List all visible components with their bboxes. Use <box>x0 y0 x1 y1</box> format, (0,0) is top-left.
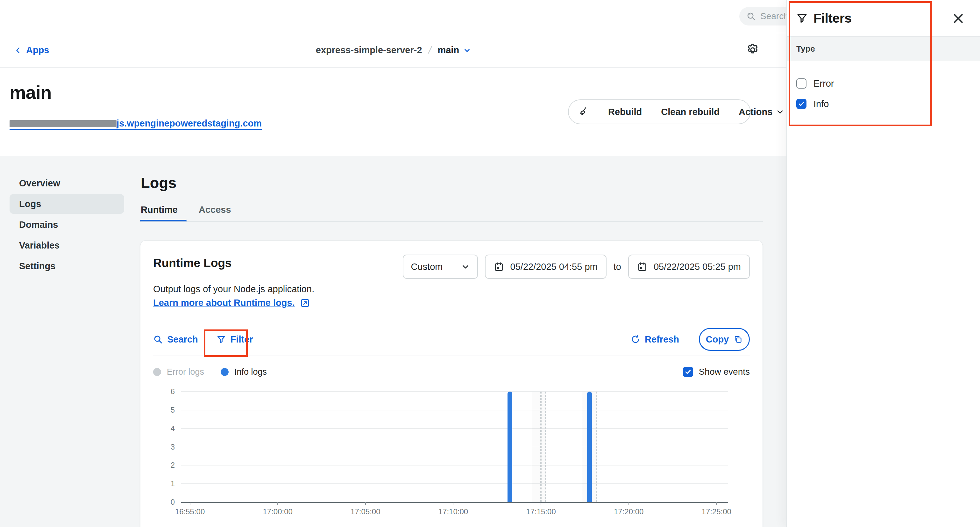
breadcrumb-env-label: main <box>438 45 459 56</box>
date-to-input[interactable]: 05/22/2025 05:25 pm <box>628 255 750 279</box>
refresh-label: Refresh <box>645 334 679 345</box>
clean-rebuild-button[interactable]: Clean rebuild <box>651 100 729 124</box>
refresh-icon <box>631 335 640 344</box>
divider <box>153 356 750 356</box>
filter-section-type: Type <box>787 36 980 61</box>
card-description: Output logs of your Node.js application. <box>153 284 750 294</box>
x-axis-label: 17:15:00 <box>526 507 555 516</box>
x-axis-label: 17:10:00 <box>438 507 468 516</box>
refresh-logs-button[interactable]: Refresh <box>631 334 679 345</box>
x-axis-label: 17:00:00 <box>262 507 292 516</box>
y-axis-label: 2 <box>171 461 175 470</box>
filters-panel: Filters Type Error Info <box>786 0 980 527</box>
breadcrumb-separator: / <box>427 44 433 56</box>
chevron-down-icon <box>461 262 469 271</box>
x-axis-label: 17:25:00 <box>702 507 731 516</box>
y-axis-label: 1 <box>171 479 175 488</box>
to-label: to <box>614 262 621 272</box>
y-gridline <box>181 465 728 466</box>
filters-panel-header: Filters <box>787 0 980 36</box>
settings-gear-button[interactable] <box>746 43 761 58</box>
environment-url-link[interactable]: js.wpenginepoweredstaging.com <box>10 118 262 130</box>
y-gridline <box>181 410 728 410</box>
info-checkbox[interactable] <box>796 99 807 109</box>
filter-options: Error Info <box>787 61 980 114</box>
y-axis-label: 6 <box>171 387 175 396</box>
copy-label: Copy <box>706 334 729 345</box>
legend-label-1: Info logs <box>234 367 267 377</box>
filter-option-error[interactable]: Error <box>796 73 980 94</box>
check-icon <box>684 368 692 375</box>
time-range-controls: Custom 05/22/2025 04:55 pm to 05/22/2025… <box>403 255 750 279</box>
time-range-value: Custom <box>411 262 443 272</box>
x-axis-tick <box>277 502 278 505</box>
chevron-down-icon <box>464 47 471 54</box>
filters-panel-title: Filters <box>813 11 852 26</box>
show-events-checkbox[interactable] <box>683 367 693 377</box>
sidebar-item-variables[interactable]: Variables <box>10 235 124 255</box>
x-axis-label: 17:05:00 <box>350 507 380 516</box>
learn-more-link[interactable]: Learn more about Runtime logs. <box>153 298 750 308</box>
event-band <box>541 391 546 502</box>
sidebar-item-overview[interactable]: Overview <box>10 173 124 193</box>
breadcrumb-env-switcher[interactable]: main <box>438 45 471 56</box>
app-root: Apps express-simple-server-2 / main main… <box>0 0 980 527</box>
y-axis-label: 5 <box>171 406 175 415</box>
broom-icon <box>578 106 589 117</box>
sidebar-nav: Overview Logs Domains Variables Settings <box>10 173 124 277</box>
sidebar-item-settings[interactable]: Settings <box>10 256 124 276</box>
show-events-label: Show events <box>699 367 750 377</box>
chart-bar[interactable] <box>587 391 592 502</box>
chart-plot: 012345616:55:0017:00:0017:05:0017:10:001… <box>181 391 728 503</box>
environment-actions-group: Rebuild Clean rebuild Actions <box>568 99 751 124</box>
search-icon <box>153 335 163 344</box>
tab-access[interactable]: Access <box>199 204 231 223</box>
sidebar-item-domains[interactable]: Domains <box>10 215 124 235</box>
logs-toolbar: Search Filter Refresh Copy <box>153 323 750 356</box>
y-axis-label: 3 <box>171 442 175 452</box>
error-checkbox[interactable] <box>796 78 807 89</box>
filter-option-info[interactable]: Info <box>796 94 980 114</box>
clean-cache-button[interactable] <box>569 100 598 124</box>
gear-icon <box>746 43 760 57</box>
x-axis-label: 16:55:00 <box>175 507 205 516</box>
actions-dropdown-button[interactable]: Actions <box>729 100 794 124</box>
date-from-value: 05/22/2025 04:55 pm <box>511 262 598 272</box>
copy-logs-button[interactable]: Copy <box>699 328 750 351</box>
copy-icon <box>733 335 743 344</box>
x-axis-tick <box>453 502 453 505</box>
legend-dot-1 <box>221 368 229 376</box>
time-range-select[interactable]: Custom <box>403 255 478 279</box>
search-logs-button[interactable]: Search <box>153 334 198 345</box>
y-gridline <box>181 483 728 484</box>
breadcrumb-app: express-simple-server-2 <box>316 45 422 56</box>
y-axis-label: 4 <box>171 424 175 433</box>
page-title: main <box>10 81 51 103</box>
sidebar-item-logs[interactable]: Logs <box>10 194 124 214</box>
search-icon <box>746 11 756 21</box>
date-from-input[interactable]: 05/22/2025 04:55 pm <box>485 255 606 279</box>
runtime-logs-chart: 012345616:55:0017:00:0017:05:0017:10:001… <box>153 390 750 524</box>
learn-more-label: Learn more about Runtime logs. <box>153 298 295 308</box>
legend-item-error-logs[interactable]: Error logs <box>153 367 204 377</box>
logs-page-title: Logs <box>141 174 177 192</box>
x-axis-tick <box>541 502 541 505</box>
y-axis-label: 0 <box>171 498 175 506</box>
legend-item-info-logs[interactable]: Info logs <box>221 367 267 377</box>
show-events-toggle[interactable]: Show events <box>683 367 750 377</box>
breadcrumb: express-simple-server-2 / main <box>0 33 786 67</box>
filter-logs-button[interactable]: Filter <box>216 334 253 345</box>
rebuild-button[interactable]: Rebuild <box>598 100 651 124</box>
close-panel-button[interactable] <box>952 12 965 25</box>
chevron-down-icon <box>776 108 784 116</box>
error-option-label: Error <box>813 78 834 89</box>
chart-legend: Error logs Info logs Show events <box>153 367 750 377</box>
search-label: Search <box>167 334 198 345</box>
date-to-value: 05/22/2025 05:25 pm <box>654 262 741 272</box>
funnel-icon <box>796 13 808 24</box>
calendar-icon <box>637 262 647 272</box>
chart-bar[interactable] <box>508 391 512 502</box>
legend-label-0: Error logs <box>167 367 204 377</box>
x-axis-tick <box>190 502 190 505</box>
info-option-label: Info <box>813 99 829 109</box>
